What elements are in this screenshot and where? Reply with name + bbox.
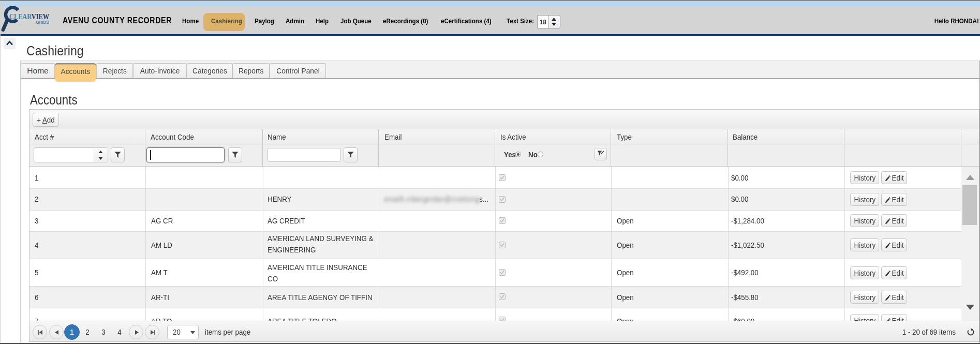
svg-text:GRIDS: GRIDS [36, 20, 49, 25]
